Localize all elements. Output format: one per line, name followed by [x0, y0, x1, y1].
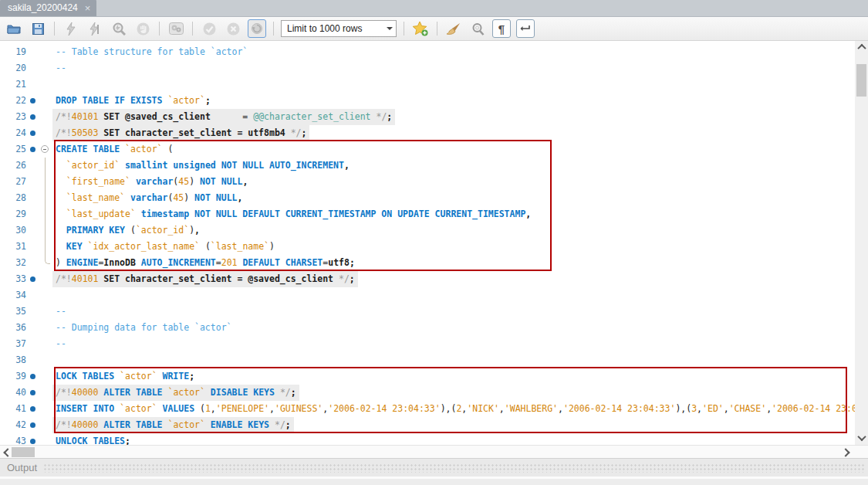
- code-line-34[interactable]: 34: [0, 287, 855, 304]
- tab-sakila-script[interactable]: sakila_20200424 ×: [0, 0, 96, 16]
- line-number: 36: [0, 320, 26, 336]
- snippet-star-plus-icon: [413, 22, 428, 36]
- fold-column: [39, 76, 52, 93]
- rollback-button[interactable]: [224, 19, 242, 38]
- line-number: 19: [0, 44, 26, 60]
- code-text: `last_name` varchar(45) NOT NULL,: [52, 190, 242, 206]
- commit-button[interactable]: [200, 19, 218, 38]
- code-line-23[interactable]: 23/*!40101 SET @saved_cs_client = @@char…: [0, 109, 855, 125]
- code-text: CREATE TABLE `actor` (: [52, 141, 173, 158]
- code-line-24[interactable]: 24/*!50503 SET character_set_client = ut…: [0, 125, 855, 141]
- statement-marker-column: [26, 352, 39, 368]
- output-panel-header[interactable]: Output: [0, 458, 868, 477]
- fold-guide-line: [45, 174, 46, 190]
- statement-marker-column: [26, 141, 39, 158]
- row-limit-value: Limit to 1000 rows: [282, 23, 383, 34]
- statement-marker-dot: [30, 374, 35, 379]
- chevron-right-icon: [841, 448, 849, 456]
- statement-marker-column: [26, 336, 39, 352]
- code-line-31[interactable]: 31 KEY `idx_actor_last_name` (`last_name…: [0, 239, 855, 255]
- chevron-up-icon: [857, 44, 866, 53]
- statement-marker-column: [26, 417, 39, 433]
- fold-guide-line: [45, 239, 46, 255]
- horizontal-scrollbar[interactable]: [0, 445, 868, 458]
- code-line-28[interactable]: 28 `last_name` varchar(45) NOT NULL,: [0, 190, 855, 206]
- find-magnifier-icon: [471, 22, 485, 36]
- toolbar-separator: [404, 22, 404, 36]
- toggle-wrap-button[interactable]: [516, 19, 535, 38]
- execute-current-statement-button[interactable]: [86, 19, 104, 38]
- toggle-autocommit-button[interactable]: [248, 19, 266, 38]
- statement-marker-column: [26, 76, 39, 93]
- code-line-26[interactable]: 26 `actor_id` smallint unsigned NOT NULL…: [0, 158, 855, 174]
- statement-marker-column: [26, 255, 39, 271]
- save-snippet-button[interactable]: [411, 19, 430, 38]
- stop-button[interactable]: [133, 19, 152, 38]
- code-text: `first_name` varchar(45) NOT NULL,: [52, 174, 248, 190]
- save-script-button[interactable]: [29, 19, 47, 38]
- line-number: 26: [0, 158, 26, 174]
- toggle-stop-on-error-button[interactable]: [167, 19, 185, 38]
- code-line-27[interactable]: 27 `first_name` varchar(45) NOT NULL,: [0, 174, 855, 190]
- fold-column[interactable]: [39, 141, 52, 158]
- code-line-43[interactable]: 43UNLOCK TABLES;: [0, 433, 855, 445]
- code-line-35[interactable]: 35--: [0, 304, 855, 320]
- code-text: --: [52, 60, 66, 76]
- code-line-32[interactable]: 32) ENGINE=InnoDB AUTO_INCREMENT=201 DEF…: [0, 255, 855, 271]
- code-text: [52, 76, 56, 93]
- fold-column: [39, 158, 52, 174]
- scroll-right-arrow[interactable]: [840, 446, 853, 459]
- tab-close-icon[interactable]: ×: [85, 3, 91, 13]
- code-line-29[interactable]: 29 `last_update` timestamp NOT NULL DEFA…: [0, 206, 855, 222]
- code-line-41[interactable]: 41INSERT INTO `actor` VALUES (1,'PENELOP…: [0, 401, 855, 417]
- beautify-button[interactable]: [444, 19, 463, 38]
- statement-marker-dot: [30, 98, 35, 103]
- scroll-left-arrow[interactable]: [0, 446, 12, 459]
- code-text: ) ENGINE=InnoDB AUTO_INCREMENT=201 DEFAU…: [52, 255, 355, 271]
- fold-column: [39, 385, 52, 401]
- code-text: DROP TABLE IF EXISTS `actor`;: [52, 93, 211, 109]
- line-number: 23: [0, 109, 26, 125]
- chevron-down-icon: [857, 432, 866, 440]
- code-line-30[interactable]: 30 PRIMARY KEY (`actor_id`),: [0, 222, 855, 239]
- code-line-21[interactable]: 21: [0, 76, 855, 93]
- code-text: /*!40000 ALTER TABLE `actor` DISABLE KEY…: [52, 385, 299, 401]
- execute-button[interactable]: [62, 19, 80, 38]
- fold-collapse-icon: [41, 145, 49, 153]
- fold-guide-line: [45, 190, 46, 206]
- editor-tab-bar: sakila_20200424 ×: [0, 0, 868, 17]
- code-lines[interactable]: 19-- Table structure for table `actor`20…: [0, 41, 855, 445]
- code-line-37[interactable]: 37--: [0, 336, 855, 352]
- code-line-25[interactable]: 25CREATE TABLE `actor` (: [0, 141, 855, 158]
- stop-hand-icon: [137, 22, 150, 36]
- code-line-19[interactable]: 19-- Table structure for table `actor`: [0, 44, 855, 60]
- code-text: `actor_id` smallint unsigned NOT NULL AU…: [52, 158, 350, 174]
- code-line-40[interactable]: 40/*!40000 ALTER TABLE `actor` DISABLE K…: [0, 385, 855, 401]
- vertical-scrollbar[interactable]: [855, 41, 868, 445]
- show-invisibles-button[interactable]: ¶: [492, 19, 511, 38]
- fold-column: [39, 255, 52, 271]
- chevron-left-icon: [3, 448, 12, 456]
- code-line-36[interactable]: 36-- Dumping data for table `actor`: [0, 320, 855, 336]
- line-number: 21: [0, 76, 26, 93]
- open-script-button[interactable]: [5, 19, 23, 38]
- code-line-42[interactable]: 42/*!40000 ALTER TABLE `actor` ENABLE KE…: [0, 417, 855, 433]
- scroll-down-arrow[interactable]: [855, 432, 868, 445]
- explain-magnifier-lightning-icon: [113, 22, 126, 36]
- scroll-up-arrow[interactable]: [855, 41, 868, 53]
- row-limit-select[interactable]: Limit to 1000 rows: [281, 20, 397, 37]
- combo-dropdown-arrow-icon[interactable]: [383, 21, 396, 36]
- code-line-38[interactable]: 38: [0, 352, 855, 368]
- code-text: /*!40101 SET character_set_client = @sav…: [52, 271, 358, 287]
- code-line-22[interactable]: 22DROP TABLE IF EXISTS `actor`;: [0, 93, 855, 109]
- fold-guide-line: [45, 255, 50, 264]
- code-line-39[interactable]: 39LOCK TABLES `actor` WRITE;: [0, 368, 855, 385]
- line-number: 39: [0, 368, 26, 385]
- code-line-20[interactable]: 20--: [0, 60, 855, 76]
- code-line-33[interactable]: 33/*!40101 SET character_set_client = @s…: [0, 271, 855, 287]
- horizontal-scroll-thumb[interactable]: [12, 447, 35, 457]
- explain-plan-button[interactable]: [110, 19, 128, 38]
- find-button[interactable]: [468, 19, 487, 38]
- toolbar-separator: [159, 22, 160, 36]
- vertical-scroll-thumb[interactable]: [856, 64, 866, 97]
